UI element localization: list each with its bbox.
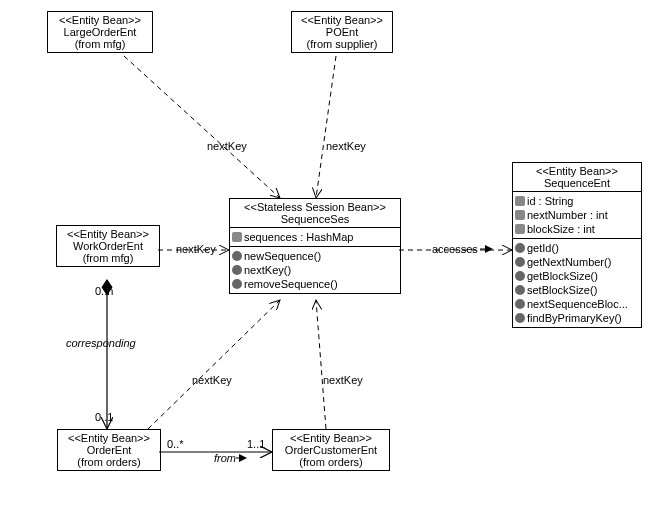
label-mult-11: 1..1 xyxy=(247,438,265,450)
box-workorderent: <<Entity Bean>> WorkOrderEnt (from mfg) xyxy=(56,225,160,267)
label-mult-0s: 0..* xyxy=(167,438,184,450)
attr-icon xyxy=(515,196,525,206)
from: (from mfg) xyxy=(52,38,148,50)
label-accesses: accesses xyxy=(432,243,478,255)
name: OrderCustomerEnt xyxy=(277,444,385,456)
attrs: id : String nextNumber : int blockSize :… xyxy=(513,192,641,239)
from: (from supplier) xyxy=(296,38,388,50)
op-icon xyxy=(515,313,525,323)
label-from: from xyxy=(214,452,236,464)
svg-line-5 xyxy=(316,300,326,429)
op-icon xyxy=(515,285,525,295)
attr-icon xyxy=(515,224,525,234)
stereo: <<Entity Bean>> xyxy=(296,14,388,26)
from: (from orders) xyxy=(277,456,385,468)
box-poent: <<Entity Bean>> POEnt (from supplier) xyxy=(291,11,393,53)
svg-line-1 xyxy=(316,56,336,198)
from: (from mfg) xyxy=(61,252,155,264)
stereo: <<Stateless Session Bean>> xyxy=(234,201,396,213)
name: SequenceSes xyxy=(234,213,396,225)
stereo: <<Entity Bean>> xyxy=(52,14,148,26)
name: OrderEnt xyxy=(62,444,156,456)
op-icon xyxy=(232,279,242,289)
box-sequenceent: <<Entity Bean>> SequenceEnt id : String … xyxy=(512,162,642,328)
attr-icon xyxy=(232,232,242,242)
label-nextkey-oc: nextKey xyxy=(323,374,363,386)
op-icon xyxy=(515,271,525,281)
stereo: <<Entity Bean>> xyxy=(517,165,637,177)
label-nextkey-lo: nextKey xyxy=(207,140,247,152)
stereo: <<Entity Bean>> xyxy=(277,432,385,444)
svg-line-4 xyxy=(148,300,280,429)
stereo: <<Entity Bean>> xyxy=(62,432,156,444)
op-icon xyxy=(232,251,242,261)
ops: newSequence() nextKey() removeSequence() xyxy=(230,247,400,293)
label-corresponding: corresponding xyxy=(66,337,136,349)
name: LargeOrderEnt xyxy=(52,26,148,38)
box-ordercustomerent: <<Entity Bean>> OrderCustomerEnt (from o… xyxy=(272,429,390,471)
label-mult-0n: 0..n xyxy=(95,285,113,297)
op-icon xyxy=(515,257,525,267)
svg-line-0 xyxy=(124,56,280,198)
stereo: <<Entity Bean>> xyxy=(61,228,155,240)
from: (from orders) xyxy=(62,456,156,468)
name: WorkOrderEnt xyxy=(61,240,155,252)
box-largeorderent: <<Entity Bean>> LargeOrderEnt (from mfg) xyxy=(47,11,153,53)
attr-icon xyxy=(515,210,525,220)
name: SequenceEnt xyxy=(517,177,637,189)
ops: getId() getNextNumber() getBlockSize() s… xyxy=(513,239,641,327)
box-orderent: <<Entity Bean>> OrderEnt (from orders) xyxy=(57,429,161,471)
label-nextkey-wo: nextKey xyxy=(176,243,216,255)
label-mult-01: 0..1 xyxy=(95,411,113,423)
label-nextkey-oe: nextKey xyxy=(192,374,232,386)
name: POEnt xyxy=(296,26,388,38)
box-sequenceses: <<Stateless Session Bean>> SequenceSes s… xyxy=(229,198,401,294)
op-icon xyxy=(232,265,242,275)
op-icon xyxy=(515,299,525,309)
op-icon xyxy=(515,243,525,253)
attrs: sequences : HashMap xyxy=(230,228,400,247)
label-nextkey-po: nextKey xyxy=(326,140,366,152)
